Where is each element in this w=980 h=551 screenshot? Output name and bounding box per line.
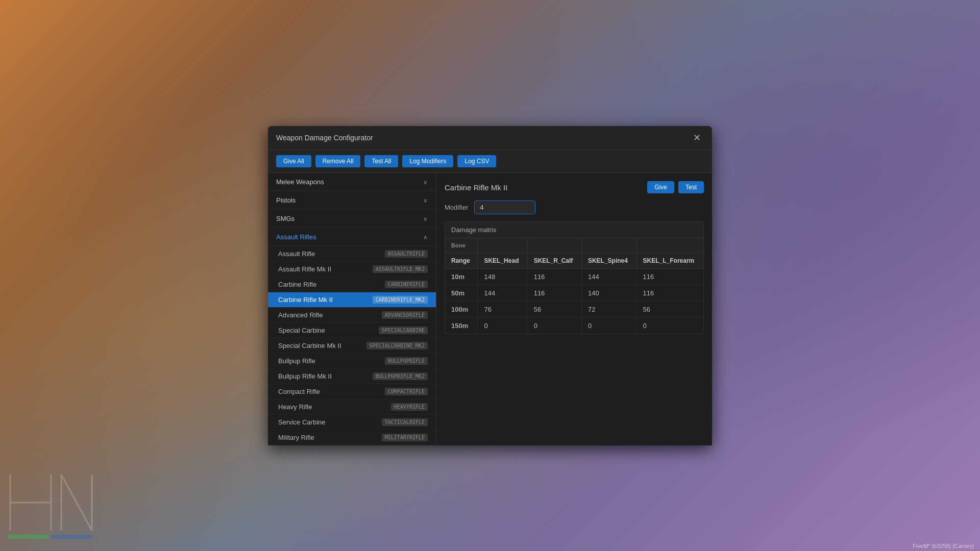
weapon-item-special_carbine[interactable]: Special Carbine SPECIALCARBINE bbox=[268, 323, 436, 338]
weapon-name-special_carbine_mk2: Special Carbine Mk II bbox=[278, 342, 341, 349]
range-cell: 100m bbox=[445, 302, 478, 318]
selected-weapon-name: Carbine Rifle Mk II bbox=[445, 183, 507, 192]
give-button[interactable]: Give bbox=[647, 181, 674, 193]
weapon-name-military_rifle: Military Rifle bbox=[278, 434, 314, 441]
chevron-smgs-icon: ∨ bbox=[423, 215, 428, 222]
range-cell: 10m bbox=[445, 269, 478, 285]
weapon-tag-assault_rifle_mk2: ASSAULTRIFLE_MK2 bbox=[373, 265, 428, 273]
chevron-pistols-icon: ∨ bbox=[423, 197, 428, 204]
damage-cell-1: 116 bbox=[527, 285, 581, 302]
damage-cell-3: 0 bbox=[636, 318, 703, 334]
content-header: Carbine Rifle Mk II Give Test bbox=[445, 181, 704, 193]
damage-cell-0: 144 bbox=[478, 285, 527, 302]
damage-cell-0: 148 bbox=[478, 269, 527, 285]
weapon-item-bullpup_rifle[interactable]: Bullpup Rifle BULLPUPRIFLE bbox=[268, 354, 436, 369]
content-panel: Carbine Rifle Mk II Give Test Modifier D… bbox=[436, 173, 712, 445]
category-assault[interactable]: Assault Rifles ∧ bbox=[268, 228, 436, 246]
weapon-name-bullpup_rifle: Bullpup Rifle bbox=[278, 357, 315, 365]
damage-tbody: 10m 148116144116 50m 144116140116 100m 7… bbox=[445, 269, 703, 334]
weapon-tag-special_carbine: SPECIALCARBINE bbox=[379, 327, 428, 334]
test-all-button[interactable]: Test All bbox=[364, 155, 398, 167]
modifier-row: Modifier bbox=[445, 201, 704, 214]
modal-window: Weapon Damage Configurator ✕ Give All Re… bbox=[268, 126, 712, 445]
weapon-item-bullpup_rifle_mk2[interactable]: Bullpup Rifle Mk II BULLPUPRIFLE_MK2 bbox=[268, 369, 436, 384]
damage-cell-2: 140 bbox=[581, 285, 636, 302]
col-head: SKEL_Head bbox=[478, 253, 527, 269]
category-melee[interactable]: Melee Weapons ∨ bbox=[268, 173, 436, 191]
table-row: 50m 144116140116 bbox=[445, 285, 703, 302]
header-buttons: Give Test bbox=[647, 181, 704, 193]
range-cell: 50m bbox=[445, 285, 478, 302]
weapon-name-special_carbine: Special Carbine bbox=[278, 327, 325, 334]
table-row: 100m 76567256 bbox=[445, 302, 703, 318]
category-smgs-label: SMGs bbox=[276, 215, 295, 222]
col-skel-lforearm bbox=[636, 238, 703, 253]
category-smgs[interactable]: SMGs ∨ bbox=[268, 210, 436, 228]
log-modifiers-button[interactable]: Log Modifiers bbox=[402, 155, 453, 167]
modal-header: Weapon Damage Configurator ✕ bbox=[268, 126, 712, 150]
matrix-title: Damage matrix bbox=[445, 222, 703, 238]
weapon-item-special_carbine_mk2[interactable]: Special Carbine Mk II SPECIALCARBINE_MK2 bbox=[268, 338, 436, 354]
damage-table: Bone Range SKEL_Head SKEL_R_Calf SKEL_ bbox=[445, 238, 703, 334]
test-button[interactable]: Test bbox=[678, 181, 704, 193]
weapon-item-carbine_rifle[interactable]: Carbine Rifle CARBINERIFLE bbox=[268, 277, 436, 292]
weapon-item-carbine_rifle_mk2[interactable]: Carbine Rifle Mk II CARBINERIFLE_MK2 bbox=[268, 292, 436, 308]
chevron-melee-icon: ∨ bbox=[423, 179, 428, 186]
table-row: 150m 0000 bbox=[445, 318, 703, 334]
weapon-tag-military_rifle: MILITARYRIFLE bbox=[382, 434, 428, 441]
modifier-label: Modifier bbox=[445, 204, 468, 211]
weapon-name-carbine_rifle_mk2: Carbine Rifle Mk II bbox=[278, 296, 333, 304]
weapon-tag-compact_rifle: COMPACTRIFLE bbox=[385, 388, 428, 395]
weapon-tag-service_carbine: TACTICALRIFLE bbox=[382, 418, 428, 426]
weapon-tag-assault_rifle: ASSAULTRIFLE bbox=[385, 250, 428, 258]
weapon-name-service_carbine: Service Carbine bbox=[278, 418, 326, 426]
col-skel-spine4 bbox=[581, 238, 636, 253]
weapon-tag-advanced_rifle: ADVANCEDRIFLE bbox=[382, 311, 428, 319]
weapon-name-assault_rifle_mk2: Assault Rifle Mk II bbox=[278, 265, 331, 273]
col-lforearm: SKEL_L_Forearm bbox=[636, 253, 703, 269]
weapon-tag-special_carbine_mk2: SPECIALCARBINE_MK2 bbox=[366, 342, 428, 349]
modifier-input[interactable] bbox=[474, 201, 535, 214]
give-all-button[interactable]: Give All bbox=[276, 155, 311, 167]
weapon-tag-carbine_rifle: CARBINERIFLE bbox=[385, 281, 428, 288]
col-skel-rcalf bbox=[527, 238, 581, 253]
remove-all-button[interactable]: Remove All bbox=[315, 155, 361, 167]
weapon-item-heavy_rifle[interactable]: Heavy Rifle HEAVYRIFLE bbox=[268, 399, 436, 415]
weapon-item-advanced_rifle[interactable]: Advanced Rifle ADVANCEDRIFLE bbox=[268, 308, 436, 323]
damage-cell-1: 0 bbox=[527, 318, 581, 334]
weapon-name-heavy_rifle: Heavy Rifle bbox=[278, 403, 312, 411]
weapon-item-compact_rifle[interactable]: Compact Rifle COMPACTRIFLE bbox=[268, 384, 436, 399]
category-melee-label: Melee Weapons bbox=[276, 178, 324, 186]
weapon-item-assault_rifle_mk2[interactable]: Assault Rifle Mk II ASSAULTRIFLE_MK2 bbox=[268, 262, 436, 277]
weapon-name-carbine_rifle: Carbine Rifle bbox=[278, 281, 316, 288]
weapon-tag-bullpup_rifle: BULLPUPRIFLE bbox=[385, 357, 428, 365]
weapon-tag-bullpup_rifle_mk2: BULLPUPRIFLE_MK2 bbox=[373, 372, 428, 380]
category-assault-label: Assault Rifles bbox=[276, 233, 316, 241]
col-spine4: SKEL_Spine4 bbox=[581, 253, 636, 269]
damage-cell-0: 76 bbox=[478, 302, 527, 318]
weapon-name-compact_rifle: Compact Rifle bbox=[278, 388, 320, 395]
col-rcalf: SKEL_R_Calf bbox=[527, 253, 581, 269]
damage-cell-3: 116 bbox=[636, 285, 703, 302]
close-button[interactable]: ✕ bbox=[690, 131, 704, 144]
damage-cell-3: 56 bbox=[636, 302, 703, 318]
damage-cell-1: 116 bbox=[527, 269, 581, 285]
weapon-item-military_rifle[interactable]: Military Rifle MILITARYRIFLE bbox=[268, 430, 436, 445]
weapon-item-service_carbine[interactable]: Service Carbine TACTICALRIFLE bbox=[268, 415, 436, 430]
category-pistols[interactable]: Pistols ∨ bbox=[268, 191, 436, 210]
table-row: 10m 148116144116 bbox=[445, 269, 703, 285]
weapon-name-advanced_rifle: Advanced Rifle bbox=[278, 311, 323, 319]
damage-cell-2: 72 bbox=[581, 302, 636, 318]
weapon-name-bullpup_rifle_mk2: Bullpup Rifle Mk II bbox=[278, 372, 332, 380]
weapon-item-assault_rifle[interactable]: Assault Rifle ASSAULTRIFLE bbox=[268, 246, 436, 262]
damage-cell-0: 0 bbox=[478, 318, 527, 334]
weapon-tag-heavy_rifle: HEAVYRIFLE bbox=[391, 403, 428, 411]
chevron-assault-icon: ∧ bbox=[423, 234, 428, 241]
damage-matrix: Damage matrix Bone Range bbox=[445, 221, 704, 334]
modal-body: Melee Weapons ∨ Pistols ∨ SMGs ∨ Assault… bbox=[268, 173, 712, 445]
category-pistols-label: Pistols bbox=[276, 196, 296, 204]
col-bone: Bone bbox=[445, 238, 478, 253]
weapon-tag-carbine_rifle_mk2: CARBINERIFLE_MK2 bbox=[373, 296, 428, 304]
damage-cell-2: 0 bbox=[581, 318, 636, 334]
log-csv-button[interactable]: Log CSV bbox=[457, 155, 496, 167]
